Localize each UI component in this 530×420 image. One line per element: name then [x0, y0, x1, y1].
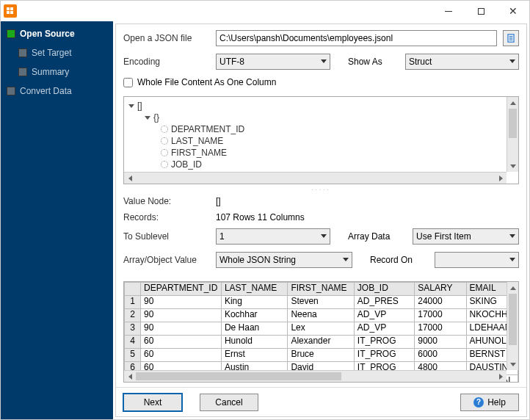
- field-icon: [161, 126, 168, 133]
- table-cell: Ernst: [221, 349, 287, 362]
- value-node-value: []: [216, 196, 221, 206]
- column-header[interactable]: FIRST_NAME: [288, 283, 354, 296]
- table-cell: Steven: [288, 296, 354, 309]
- table-cell: AD_VP: [354, 309, 414, 322]
- encoding-label: Encoding: [123, 57, 210, 67]
- table-cell: Hunold: [221, 336, 287, 349]
- table-cell: 17000: [415, 322, 466, 336]
- column-header[interactable]: DEPARTMENT_ID: [141, 283, 222, 296]
- record-on-label: Record On: [370, 255, 429, 265]
- value-node-label: Value Node:: [123, 196, 216, 206]
- table-cell: IT_PROG: [354, 349, 414, 362]
- wizard-sidebar: Open Source Set Target Summary Convert D…: [1, 21, 113, 419]
- step-open-source[interactable]: Open Source: [1, 26, 113, 45]
- array-object-label: Array/Object Value: [123, 255, 210, 265]
- tree-field[interactable]: FIRST_NAME: [171, 148, 227, 158]
- help-button[interactable]: ?Help: [460, 394, 519, 411]
- table-row[interactable]: 460HunoldAlexanderIT_PROG9000AHUNOL: [125, 336, 518, 349]
- step-label: Convert Data: [20, 86, 72, 96]
- minimize-button[interactable]: [432, 1, 465, 21]
- show-as-select[interactable]: Struct: [405, 54, 519, 70]
- table-cell: King: [221, 296, 287, 309]
- content-pane: Open a JSON file Encoding UTF-8 Show As …: [115, 23, 527, 417]
- app-icon: [4, 4, 17, 18]
- field-icon: [161, 137, 168, 145]
- file-path-input[interactable]: [216, 30, 497, 46]
- tree-hscroll[interactable]: [124, 172, 507, 184]
- cancel-button[interactable]: Cancel: [200, 394, 258, 411]
- table-cell: 17000: [415, 309, 466, 322]
- to-sublevel-select[interactable]: 1: [216, 228, 330, 245]
- wizard-footer: Next Cancel ?Help: [116, 387, 526, 416]
- browse-button[interactable]: [503, 30, 519, 46]
- open-file-label: Open a JSON file: [123, 33, 210, 43]
- column-header[interactable]: SALARY: [415, 283, 466, 296]
- table-cell: 90: [141, 322, 222, 336]
- record-on-select[interactable]: [435, 252, 519, 268]
- table-cell: 9000: [415, 336, 466, 349]
- table-cell: AD_PRES: [354, 296, 414, 309]
- table-cell: Bruce: [288, 349, 354, 362]
- step-summary[interactable]: Summary: [1, 64, 113, 83]
- table-row[interactable]: 190KingStevenAD_PRES24000SKING: [125, 296, 518, 309]
- table-hscroll[interactable]: [124, 370, 507, 382]
- column-header[interactable]: JOB_ID: [354, 283, 414, 296]
- step-label: Summary: [32, 67, 69, 77]
- maximize-button[interactable]: [465, 1, 497, 21]
- title-bar: ✕: [1, 1, 529, 21]
- next-button[interactable]: Next: [123, 394, 182, 411]
- array-object-select[interactable]: Whole JSON String: [216, 252, 352, 268]
- tree-root: []: [137, 101, 142, 111]
- tree-vscroll[interactable]: [507, 97, 518, 172]
- json-tree[interactable]: [] {} DEPARTMENT_ID LAST_NAME FIRST_NAME…: [123, 96, 519, 184]
- step-convert-data[interactable]: Convert Data: [1, 83, 113, 102]
- field-icon: [161, 149, 168, 156]
- table-cell: Alexander: [288, 336, 354, 349]
- expand-icon[interactable]: [128, 104, 134, 108]
- table-cell: 60: [141, 349, 222, 362]
- splitter[interactable]: ·····: [123, 187, 519, 192]
- tree-field[interactable]: LAST_NAME: [171, 136, 223, 146]
- expand-icon[interactable]: [145, 116, 150, 120]
- table-cell: 90: [141, 296, 222, 309]
- table-cell: 24000: [415, 296, 466, 309]
- table-cell: Neena: [288, 309, 354, 322]
- show-as-label: Show As: [348, 57, 399, 67]
- array-data-select[interactable]: Use First Item: [413, 228, 519, 245]
- records-value: 107 Rows 11 Columns: [216, 212, 305, 222]
- table-cell: Lex: [288, 322, 354, 336]
- table-cell: 6000: [415, 349, 466, 362]
- close-button[interactable]: ✕: [497, 1, 529, 21]
- document-icon: [506, 33, 516, 43]
- table-row[interactable]: 560ErnstBruceIT_PROG6000BERNST: [125, 349, 518, 362]
- whole-file-label: Whole File Content As One Column: [137, 77, 276, 87]
- field-icon: [161, 161, 168, 168]
- step-label: Set Target: [32, 48, 71, 58]
- whole-file-checkbox[interactable]: [123, 78, 133, 87]
- encoding-select[interactable]: UTF-8: [216, 54, 330, 70]
- table-cell: De Haan: [221, 322, 287, 336]
- table-cell: Kochhar: [221, 309, 287, 322]
- array-data-label: Array Data: [348, 231, 407, 242]
- table-cell: IT_PROG: [354, 336, 414, 349]
- tree-field[interactable]: JOB_ID: [171, 159, 202, 170]
- column-header[interactable]: LAST_NAME: [221, 283, 287, 296]
- preview-table[interactable]: DEPARTMENT_IDLAST_NAMEFIRST_NAMEJOB_IDSA…: [123, 281, 519, 383]
- table-row[interactable]: 290KochharNeenaAD_VP17000NKOCHH: [125, 309, 518, 322]
- tree-obj: {}: [153, 112, 159, 123]
- table-cell: 90: [141, 309, 222, 322]
- step-set-target[interactable]: Set Target: [1, 45, 113, 64]
- table-vscroll[interactable]: [507, 282, 518, 370]
- table-cell: 60: [141, 336, 222, 349]
- tree-field[interactable]: DEPARTMENT_ID: [171, 124, 244, 134]
- window-controls: ✕: [432, 1, 529, 21]
- records-label: Records:: [123, 212, 216, 222]
- to-sublevel-label: To Sublevel: [123, 231, 210, 242]
- table-cell: AD_VP: [354, 322, 414, 336]
- help-icon: ?: [473, 397, 484, 408]
- step-label: Open Source: [20, 29, 75, 39]
- table-row[interactable]: 390De HaanLexAD_VP17000LDEHAAN: [125, 322, 518, 336]
